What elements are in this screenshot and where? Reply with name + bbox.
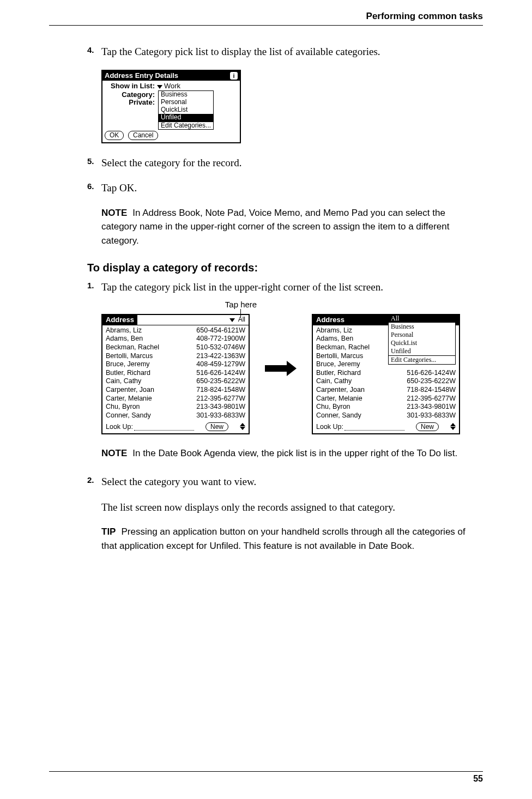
tip-block: TIPPressing an application button on you…	[101, 525, 483, 553]
step-5: 5. Select the category for the record.	[87, 155, 483, 171]
dialog-title: Address Entry Details	[105, 72, 178, 80]
address-row[interactable]: Bruce, Jeremy408-459-1279W	[106, 360, 245, 369]
chevron-down-icon	[157, 85, 162, 89]
step-number: 2.	[87, 474, 101, 490]
lookup-field[interactable]: Look Up:	[316, 423, 404, 431]
note-text: In Address Book, Note Pad, Voice Memo, a…	[101, 208, 450, 246]
picklist-option[interactable]: Unfiled	[389, 347, 455, 355]
picklist-option-selected[interactable]: Unfiled	[159, 114, 213, 122]
tip-label: TIP	[101, 526, 116, 537]
contact-name: Carter, Melanie	[106, 395, 152, 403]
ok-button[interactable]: OK	[105, 131, 124, 140]
contact-name: Bertolli, Marcus	[316, 352, 363, 361]
address-row[interactable]: Conner, Sandy301-933-6833W	[316, 411, 456, 420]
contact-phone: 516-626-1424W	[407, 369, 456, 378]
contact-name: Bruce, Jeremy	[106, 360, 150, 369]
contact-name: Beckman, Rachel	[316, 343, 370, 352]
contact-phone: 301-933-6833W	[196, 411, 245, 420]
page-header: Performing common tasks	[49, 11, 483, 26]
contact-name: Chu, Byron	[106, 403, 140, 411]
address-row[interactable]: Bertolli, Marcus213-422-1363W	[106, 352, 245, 361]
contact-phone: 212-395-6277W	[196, 395, 245, 403]
step-4: 4. Tap the Category pick list to display…	[87, 44, 483, 60]
contact-phone: 650-235-6222W	[407, 377, 456, 386]
contact-name: Chu, Byron	[316, 403, 350, 411]
address-row[interactable]: Carter, Melanie212-395-6277W	[106, 395, 245, 403]
step-number: 5.	[87, 155, 101, 171]
contact-phone: 408-772-1900W	[196, 335, 245, 343]
contact-phone: 718-824-1548W	[196, 386, 245, 395]
contact-name: Adams, Ben	[106, 335, 143, 343]
note-block: NOTEIn Address Book, Note Pad, Voice Mem…	[101, 206, 483, 248]
step-text: Tap the Category pick list to display th…	[101, 44, 483, 60]
address-row[interactable]: Cain, Cathy650-235-6222W	[316, 377, 456, 386]
step-text: Select the category for the record.	[101, 155, 483, 171]
address-row[interactable]: Carpenter, Joan718-824-1548W	[316, 386, 456, 395]
address-row[interactable]: Chu, Byron213-343-9801W	[316, 403, 456, 411]
address-row[interactable]: Butler, Richard516-626-1424W	[316, 369, 456, 378]
picklist-option[interactable]: Business	[389, 323, 455, 331]
contact-phone: 510-532-0746W	[196, 343, 245, 352]
screen-title: Address	[102, 315, 137, 325]
tip-text: Pressing an application button on your h…	[101, 526, 466, 551]
address-row[interactable]: Carpenter, Joan718-824-1548W	[106, 386, 245, 395]
step-6: 6. Tap OK.	[87, 180, 483, 196]
step-c2: 2. Select the category you want to view.	[87, 474, 483, 490]
contact-phone: 718-824-1548W	[407, 386, 456, 395]
category-picklist[interactable]: Business Personal QuickList Unfiled Edit…	[158, 90, 214, 130]
contact-name: Butler, Richard	[106, 369, 150, 378]
step-number: 6.	[87, 180, 101, 196]
picklist-option[interactable]: QuickList	[389, 339, 455, 347]
scroll-icon[interactable]	[240, 423, 245, 430]
picklist-option[interactable]: Business	[159, 91, 213, 99]
category-picklist-trigger[interactable]: All	[137, 315, 249, 325]
address-row[interactable]: Adams, Ben408-772-1900W	[106, 335, 245, 343]
scroll-icon[interactable]	[450, 423, 456, 430]
show-in-list-value[interactable]: Work	[157, 82, 180, 90]
picklist-option[interactable]: QuickList	[159, 106, 213, 114]
address-row[interactable]: Cain, Cathy650-235-6222W	[106, 377, 245, 386]
contact-phone: 650-235-6222W	[196, 377, 245, 386]
contact-phone: 301-933-6833W	[407, 411, 456, 420]
contact-name: Beckman, Rachel	[106, 343, 159, 352]
contact-phone: 516-626-1424W	[196, 369, 245, 378]
contact-name: Bertolli, Marcus	[106, 352, 153, 361]
contact-name: Conner, Sandy	[316, 411, 361, 420]
picklist-option-selected[interactable]: All	[389, 314, 455, 323]
note-label: NOTE	[101, 208, 127, 218]
new-button[interactable]: New	[416, 422, 439, 431]
address-row[interactable]: Beckman, Rachel510-532-0746W	[106, 343, 245, 352]
new-button[interactable]: New	[205, 422, 228, 431]
address-row[interactable]: Abrams, Liz650-454-6121W	[106, 326, 245, 335]
cancel-button[interactable]: Cancel	[128, 131, 158, 140]
show-in-list-label: Show in List:	[105, 82, 157, 90]
address-list-screen: Address All Abrams, Liz650-454-6121WAdam…	[101, 314, 250, 434]
address-row[interactable]: Butler, Richard516-626-1424W	[106, 369, 245, 378]
picklist-option[interactable]: Personal	[389, 331, 455, 339]
step-text: Tap the category pick list in the upper-…	[101, 280, 483, 295]
contact-name: Cain, Cathy	[316, 377, 352, 386]
picklist-option[interactable]: Personal	[159, 99, 213, 106]
address-row[interactable]: Carter, Melanie212-395-6277W	[316, 395, 456, 403]
contact-phone: 212-395-6277W	[407, 395, 456, 403]
step-text: Select the category you want to view.	[101, 474, 483, 490]
picklist-option[interactable]: Edit Categories...	[159, 122, 213, 130]
subsection-heading: To display a category of records:	[87, 262, 483, 274]
contact-name: Carpenter, Joan	[316, 386, 365, 395]
contact-name: Conner, Sandy	[106, 411, 151, 420]
screen-title: Address	[313, 315, 348, 325]
address-row[interactable]: Chu, Byron213-343-9801W	[106, 403, 245, 411]
contact-name: Adams, Ben	[316, 335, 353, 343]
step-number: 4.	[87, 44, 101, 60]
arrow-right-icon	[265, 361, 297, 376]
dialog-titlebar: Address Entry Details i	[102, 71, 240, 81]
page-footer: 55	[49, 771, 483, 784]
category-picklist-open[interactable]: All Business Personal QuickList Unfiled …	[388, 314, 456, 365]
address-row[interactable]: Conner, Sandy301-933-6833W	[106, 411, 245, 420]
info-icon[interactable]: i	[230, 72, 238, 80]
note-block: NOTEIn the Date Book Agenda view, the pi…	[101, 446, 483, 461]
private-label: Private:	[105, 99, 157, 107]
lookup-field[interactable]: Look Up:	[106, 423, 194, 431]
chevron-down-icon	[229, 318, 235, 322]
picklist-option[interactable]: Edit Categories...	[389, 355, 455, 364]
